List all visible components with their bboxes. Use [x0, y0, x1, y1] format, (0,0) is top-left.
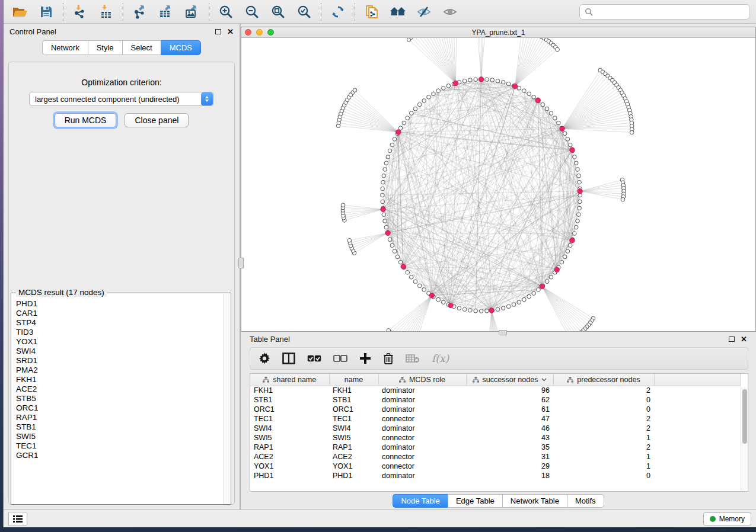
zoom-in-icon[interactable]	[218, 4, 234, 20]
search-field[interactable]	[579, 4, 750, 20]
column-header[interactable]: successor nodes	[466, 374, 553, 386]
zoom-selected-icon[interactable]	[296, 4, 312, 20]
refresh-icon[interactable]	[330, 4, 346, 20]
task-history-button[interactable]	[8, 512, 27, 526]
tab-style[interactable]: Style	[88, 40, 122, 55]
mcds-result-box: MCDS result (17 nodes) PHD1CAR1STP4TID3Y…	[11, 293, 231, 505]
mcds-result-title: MCDS result (17 nodes)	[16, 288, 107, 297]
mcds-node-item[interactable]: ORC1	[16, 403, 224, 413]
deselect-all-icon[interactable]	[333, 351, 347, 366]
node-table: shared namenameMCDS rolesuccessor nodesp…	[250, 373, 748, 492]
tree-icon	[473, 377, 479, 383]
tab-network[interactable]: Network	[42, 40, 88, 55]
network-view-window: YPA_prune.txt_1	[241, 27, 756, 332]
select-all-icon[interactable]	[307, 351, 321, 366]
table-scrollbar[interactable]	[741, 387, 748, 491]
column-header[interactable]: name	[329, 374, 378, 386]
search-icon	[585, 8, 593, 16]
column-header[interactable]: MCDS role	[378, 374, 466, 386]
export-image-icon[interactable]	[184, 4, 200, 20]
table-row[interactable]: STB1STB1dominator620	[250, 395, 741, 405]
mcds-node-item[interactable]: PHD1	[16, 299, 224, 309]
mcds-list-scrollbar[interactable]	[223, 294, 230, 504]
add-row-icon[interactable]	[359, 351, 371, 366]
memory-button[interactable]: Memory	[703, 512, 751, 525]
eye-slash-icon[interactable]	[416, 4, 432, 20]
tab-mcds[interactable]: MCDS	[161, 40, 201, 55]
table-row[interactable]: ACE2ACE2connector311	[250, 452, 741, 462]
table-tabs: Node Table Edge Table Network Table Moti…	[241, 492, 756, 509]
mcds-node-item[interactable]: STB1	[16, 422, 224, 432]
export-network-icon[interactable]	[132, 4, 148, 20]
save-icon[interactable]	[38, 4, 55, 20]
open-file-icon[interactable]	[12, 4, 28, 20]
control-panel: Control Panel ✕ Network Style Select MCD…	[4, 24, 241, 509]
column-header[interactable]: predecessor nodes	[553, 374, 654, 386]
network-canvas[interactable]	[241, 38, 755, 331]
table-row[interactable]: SWI5SWI5connector431	[250, 433, 741, 443]
zoom-fit-icon[interactable]	[270, 4, 286, 20]
mcds-node-item[interactable]: STB5	[16, 394, 224, 403]
import-table-icon[interactable]	[98, 4, 114, 20]
delete-table-icon[interactable]	[406, 351, 420, 366]
column-header[interactable]: shared name	[250, 374, 329, 386]
float-panel-icon[interactable]	[215, 29, 221, 34]
tree-icon	[567, 377, 573, 383]
delete-row-icon[interactable]	[383, 351, 394, 366]
table-row[interactable]: FKH1FKH1dominator962	[250, 386, 741, 395]
zoom-out-icon[interactable]	[244, 4, 260, 20]
optimization-criterion-dropdown[interactable]: largest connected component (undirected)	[29, 92, 214, 106]
mcds-node-item[interactable]: YOX1	[16, 337, 224, 347]
control-panel-tabs: Network Style Select MCDS	[4, 40, 240, 55]
mcds-node-item[interactable]: CAR1	[16, 309, 224, 318]
import-network-icon[interactable]	[72, 4, 88, 20]
mcds-node-item[interactable]: SWI4	[16, 347, 224, 356]
close-table-panel-icon[interactable]: ✕	[741, 335, 747, 343]
mcds-node-item[interactable]: PMA2	[16, 366, 224, 375]
network-overview-icon[interactable]	[390, 4, 406, 20]
mcds-result-list[interactable]: PHD1CAR1STP4TID3YOX1SWI4SRD1PMA2FKH1ACE2…	[16, 299, 224, 502]
table-row[interactable]: YOX1YOX1connector291	[250, 462, 741, 471]
search-input[interactable]	[596, 7, 745, 16]
export-table-icon[interactable]	[158, 4, 174, 20]
mcds-node-item[interactable]: ACE2	[16, 384, 224, 394]
mcds-node-item[interactable]: TID3	[16, 328, 224, 337]
mcds-node-item[interactable]: GCR1	[16, 451, 224, 460]
tree-icon	[263, 377, 269, 383]
table-row[interactable]: PHD1PHD1dominator180	[250, 471, 741, 480]
close-panel-icon[interactable]: ✕	[227, 28, 234, 36]
close-panel-button[interactable]: Close panel	[125, 113, 189, 127]
optimization-criterion-label: Optimization criterion:	[4, 78, 240, 87]
horizontal-splitter-grip[interactable]	[499, 330, 507, 335]
mcds-node-item[interactable]: TEC1	[16, 441, 224, 451]
mcds-node-item[interactable]: RAP1	[16, 413, 224, 422]
tab-network-table[interactable]: Network Table	[502, 494, 567, 508]
table-panel-title: Table Panel	[250, 335, 290, 344]
tab-node-table[interactable]: Node Table	[393, 494, 448, 508]
table-row[interactable]: ORC1ORC1dominator610	[250, 405, 741, 414]
float-table-panel-icon[interactable]	[729, 336, 735, 342]
vertical-splitter-grip[interactable]	[238, 258, 244, 268]
tab-edge-table[interactable]: Edge Table	[448, 494, 502, 508]
table-row[interactable]: SWI4SWI4dominator462	[250, 424, 741, 433]
mcds-node-item[interactable]: SWI5	[16, 432, 224, 441]
settings-gear-icon[interactable]	[259, 351, 270, 366]
network-graph[interactable]	[241, 38, 755, 331]
mcds-node-item[interactable]: FKH1	[16, 375, 224, 384]
tab-select[interactable]: Select	[122, 40, 161, 55]
run-mcds-button[interactable]: Run MCDS	[55, 113, 117, 127]
table-row[interactable]: TEC1TEC1connector472	[250, 414, 741, 424]
column-layout-icon[interactable]	[282, 351, 295, 366]
table-toolbar: f(x)	[250, 347, 748, 370]
clone-network-icon[interactable]	[363, 4, 380, 20]
function-builder-icon[interactable]: f(x)	[432, 351, 449, 366]
tab-motifs[interactable]: Motifs	[567, 494, 604, 508]
eye-icon[interactable]	[442, 4, 458, 20]
network-window-title: YPA_prune.txt_1	[241, 28, 755, 37]
table-scrollbar-thumb[interactable]	[742, 389, 747, 444]
mcds-node-item[interactable]: SRD1	[16, 356, 224, 366]
network-window-titlebar[interactable]: YPA_prune.txt_1	[241, 27, 755, 38]
table-row[interactable]: RAP1RAP1dominator352	[250, 443, 741, 452]
mcds-node-item[interactable]: STP4	[16, 318, 224, 328]
tree-icon	[399, 377, 406, 383]
